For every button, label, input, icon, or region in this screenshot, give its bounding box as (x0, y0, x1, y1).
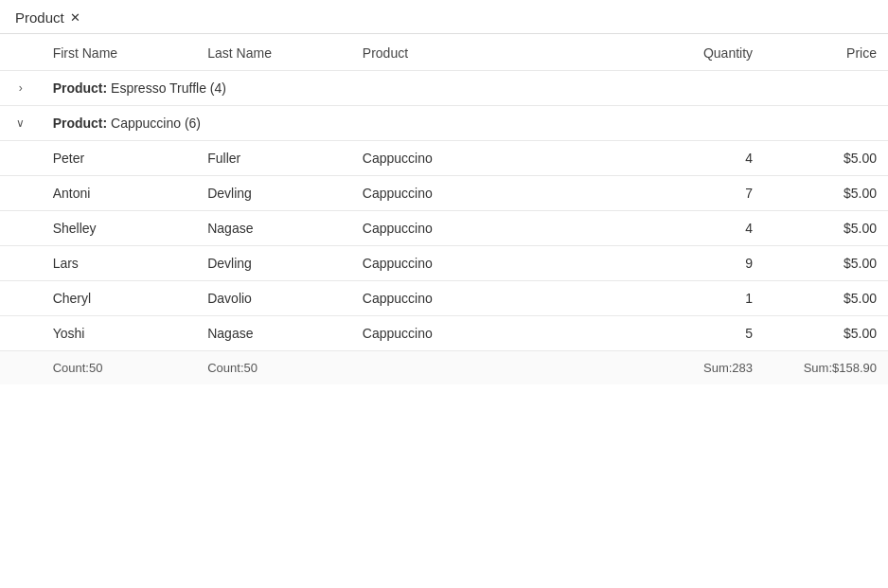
summary-product (351, 351, 661, 385)
group-label-cell: Product: Espresso Truffle (4) (42, 71, 888, 106)
row-firstName: Yoshi (42, 316, 197, 351)
table-row: CherylDavolioCappuccino1$5.00 (0, 281, 888, 316)
group-label-cell: Product: Cappuccino (6) (42, 106, 888, 141)
expand-icon[interactable]: ∨ (0, 106, 42, 141)
summary-expand-cell (0, 351, 42, 385)
col-header-lastname: Last Name (196, 34, 351, 71)
summary-row: Count:50Count:50Sum:283Sum:$158.90 (0, 351, 888, 385)
row-product: Cappuccino (351, 281, 661, 316)
filter-header: Product ✕ (0, 0, 888, 34)
row-price: $5.00 (764, 246, 888, 281)
group-product-label: Product: (53, 116, 108, 131)
row-price: $5.00 (764, 211, 888, 246)
row-quantity: 5 (661, 316, 764, 351)
group-row[interactable]: ›Product: Espresso Truffle (4) (0, 71, 888, 106)
row-firstName: Cheryl (42, 281, 197, 316)
group-product-value: Cappuccino (6) (111, 116, 201, 131)
table-row: YoshiNagaseCappuccino5$5.00 (0, 316, 888, 351)
summary-quantity: Sum:283 (661, 351, 764, 385)
row-lastName: Devling (196, 246, 351, 281)
table-row: ShelleyNagaseCappuccino4$5.00 (0, 211, 888, 246)
col-header-quantity: Quantity (661, 34, 764, 71)
row-product: Cappuccino (351, 211, 661, 246)
main-container: Product ✕ First Name Last Name Product Q… (0, 0, 888, 588)
row-firstName: Antoni (42, 176, 197, 211)
row-firstName: Peter (42, 141, 197, 176)
row-lastName: Devling (196, 176, 351, 211)
table-row: AntoniDevlingCappuccino7$5.00 (0, 176, 888, 211)
row-expand-cell (0, 211, 42, 246)
row-lastName: Fuller (196, 141, 351, 176)
row-firstName: Shelley (42, 211, 197, 246)
summary-price: Sum:$158.90 (764, 351, 888, 385)
row-price: $5.00 (764, 316, 888, 351)
col-header-product: Product (351, 34, 661, 71)
filter-label: Product (15, 9, 64, 26)
table-row: PeterFullerCappuccino4$5.00 (0, 141, 888, 176)
group-product-value: Espresso Truffle (4) (111, 80, 226, 96)
row-product: Cappuccino (351, 141, 661, 176)
expand-icon[interactable]: › (0, 71, 42, 106)
table-row: LarsDevlingCappuccino9$5.00 (0, 246, 888, 281)
data-table: First Name Last Name Product Quantity Pr… (0, 34, 888, 384)
row-expand-cell (0, 246, 42, 281)
row-lastName: Nagase (196, 211, 351, 246)
row-expand-cell (0, 316, 42, 351)
group-product-label: Product: (53, 80, 108, 96)
row-lastName: Nagase (196, 316, 351, 351)
row-expand-cell (0, 281, 42, 316)
row-product: Cappuccino (351, 316, 661, 351)
row-quantity: 9 (661, 246, 764, 281)
row-price: $5.00 (764, 141, 888, 176)
row-firstName: Lars (42, 246, 197, 281)
row-expand-cell (0, 141, 42, 176)
col-header-price: Price (764, 34, 888, 71)
row-expand-cell (0, 176, 42, 211)
group-row[interactable]: ∨Product: Cappuccino (6) (0, 106, 888, 141)
row-price: $5.00 (764, 281, 888, 316)
col-header-firstname: First Name (42, 34, 197, 71)
row-lastName: Davolio (196, 281, 351, 316)
row-quantity: 1 (661, 281, 764, 316)
row-product: Cappuccino (351, 176, 661, 211)
filter-close-icon[interactable]: ✕ (70, 10, 80, 25)
col-header-expand (0, 34, 42, 71)
row-quantity: 4 (661, 211, 764, 246)
summary-lastName: Count:50 (196, 351, 351, 385)
summary-firstName: Count:50 (42, 351, 197, 385)
table-header-row: First Name Last Name Product Quantity Pr… (0, 34, 888, 71)
row-quantity: 7 (661, 176, 764, 211)
row-price: $5.00 (764, 176, 888, 211)
row-product: Cappuccino (351, 246, 661, 281)
row-quantity: 4 (661, 141, 764, 176)
